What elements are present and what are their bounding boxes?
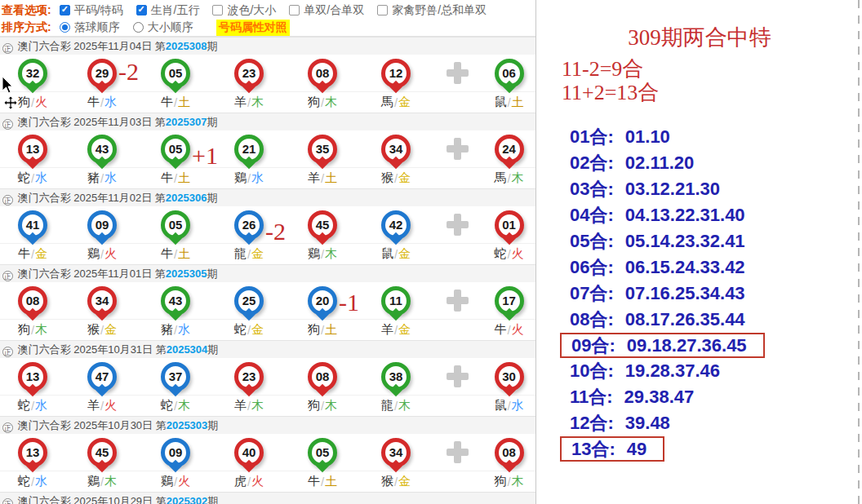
he-list-item: 10合: 19.28.37.46 bbox=[570, 358, 862, 384]
checkbox-icon[interactable] bbox=[212, 5, 223, 15]
he-label: 11合: bbox=[570, 385, 613, 409]
zodiac-label: 牛 bbox=[18, 246, 30, 262]
ball-cell: 38 bbox=[359, 358, 433, 395]
draw-period: 第2025305期 bbox=[155, 267, 218, 280]
view-options-row: 查看选项: 平码/特码 生肖/五行 波色/大小 单双/合单双 家禽野兽/总和单双 bbox=[2, 2, 535, 19]
he-label: 09合: bbox=[571, 334, 615, 358]
zodiac-label: 牛 bbox=[494, 322, 506, 338]
zodiac-label: 羊 bbox=[381, 322, 393, 338]
number-attribute-compare-link[interactable]: 号码属性对照 bbox=[216, 20, 290, 36]
labels-row: 蛇/水 羊/火 蛇/木 羊/木 狗/木 龍/木 鼠/水 bbox=[0, 395, 535, 416]
ball-cell: 13 bbox=[0, 130, 65, 167]
lottery-ball: 37 bbox=[161, 362, 190, 391]
zodiac-label: 猴 bbox=[87, 322, 100, 338]
draw-date: 2025年11月04日 bbox=[73, 40, 155, 52]
zodiac-label: 狗 bbox=[494, 474, 506, 489]
draw-period: 第2025308期 bbox=[155, 40, 218, 52]
element-label: 水 bbox=[35, 398, 47, 413]
label-cell: 狗/木 bbox=[286, 92, 359, 113]
zodiac-label: 鼠 bbox=[381, 246, 393, 262]
checkbox-icon[interactable] bbox=[289, 5, 300, 15]
sort-option[interactable]: 大小顺序 bbox=[133, 20, 193, 35]
view-option[interactable]: 生肖/五行 bbox=[136, 3, 200, 18]
view-option[interactable]: 波色/大小 bbox=[212, 3, 276, 18]
draw-block: 正 澳门六合彩 2025年11月02日 第2025306期 41 09 05 2… bbox=[0, 188, 535, 264]
zodiac-label: 馬 bbox=[381, 95, 393, 110]
lottery-ball: 05 bbox=[161, 210, 190, 240]
view-option[interactable]: 家禽野兽/总和单双 bbox=[377, 3, 487, 18]
he-list-item: 07合: 07.16.25.34.43 bbox=[570, 281, 862, 307]
element-label: 金 bbox=[398, 246, 411, 262]
view-options-label: 查看选项: bbox=[2, 3, 51, 18]
checkbox-icon[interactable] bbox=[60, 5, 70, 15]
ball-cell: 05+1 bbox=[139, 130, 212, 167]
sort-option[interactable]: 落球顺序 bbox=[60, 20, 120, 35]
sort-option-label: 落球顺序 bbox=[74, 20, 120, 35]
zodiac-label: 龍 bbox=[234, 246, 247, 262]
element-label: 火 bbox=[251, 474, 264, 489]
he-number-list: 01合: 01.10 02合: 02.11.20 03合: 03.12.21.3… bbox=[537, 124, 862, 462]
element-label: 木 bbox=[251, 398, 264, 413]
toolbar: 查看选项: 平码/特码 生肖/五行 波色/大小 单双/合单双 家禽野兽/总和单双… bbox=[0, 0, 535, 37]
draw-header: 正 澳门六合彩 2025年10月29日 第2025302期 bbox=[0, 492, 535, 504]
element-label: 木 bbox=[325, 398, 337, 413]
lottery-ball: 06 bbox=[495, 59, 524, 88]
zodiac-label: 羊 bbox=[308, 170, 320, 186]
label-cell: 龍/金 bbox=[212, 244, 286, 264]
zodiac-label: 蛇 bbox=[161, 398, 173, 413]
element-label: 土 bbox=[325, 170, 337, 186]
lottery-ball: 29 bbox=[87, 59, 117, 88]
label-cell: 羊/木 bbox=[212, 396, 286, 416]
he-numbers: 03.12.21.30 bbox=[625, 179, 720, 200]
radio-icon[interactable] bbox=[133, 22, 144, 33]
draw-header: 正 澳门六合彩 2025年11月02日 第2025306期 bbox=[0, 188, 535, 206]
balls-row: 13 45 09 40 05 34 08 bbox=[0, 434, 535, 471]
zodiac-label: 狗 bbox=[308, 398, 320, 413]
ball-cell: 12 bbox=[359, 55, 433, 91]
zodiac-label: 狗 bbox=[308, 95, 320, 110]
label-cell: 牛/土 bbox=[286, 471, 359, 492]
plus-cell bbox=[433, 130, 482, 167]
ball-cell: 13 bbox=[0, 434, 65, 471]
ball-cell: 43 bbox=[139, 282, 212, 319]
zodiac-label: 鷄 bbox=[234, 170, 247, 186]
element-label: 木 bbox=[178, 398, 190, 413]
view-option[interactable]: 单双/合单双 bbox=[289, 3, 364, 18]
he-numbers: 01.10 bbox=[625, 126, 670, 148]
lottery-ball: 34 bbox=[381, 438, 411, 467]
view-option[interactable]: 平码/特码 bbox=[60, 3, 123, 18]
he-numbers: 49 bbox=[627, 439, 646, 460]
ball-cell: 41 bbox=[0, 206, 65, 243]
lottery-ball: 01 bbox=[495, 210, 524, 240]
he-numbers: 09.18.27.36.45 bbox=[627, 335, 747, 356]
balls-row: 13 43 05+1 21 35 34 24 bbox=[0, 130, 535, 167]
zodiac-label: 牛 bbox=[161, 170, 173, 186]
draw-source: 澳门六合彩 bbox=[18, 267, 71, 280]
zodiac-label: 馬 bbox=[494, 170, 506, 186]
lottery-ball: 17 bbox=[495, 286, 524, 316]
he-numbers: 06.15.24.33.42 bbox=[625, 257, 745, 278]
checkbox-icon[interactable] bbox=[377, 5, 388, 15]
formula-line: 11+2=13合 bbox=[562, 81, 862, 104]
he-numbers: 02.11.20 bbox=[625, 153, 694, 174]
element-label: 水 bbox=[512, 398, 524, 413]
lottery-ball: 47 bbox=[87, 362, 117, 391]
radio-icon[interactable] bbox=[60, 22, 70, 33]
label-cell: 蛇/木 bbox=[139, 396, 212, 416]
view-option-label: 家禽野兽/总和单双 bbox=[392, 3, 487, 18]
balls-row: 08 34 43 25 20-1 11 17 bbox=[0, 282, 535, 319]
lottery-icon: 正 bbox=[2, 119, 13, 130]
he-list-item: 01合: 01.10 bbox=[570, 124, 862, 150]
checkbox-icon[interactable] bbox=[136, 5, 147, 15]
lottery-ball: 13 bbox=[18, 362, 47, 391]
balls-row: 41 09 05 26-2 45 42 01 bbox=[0, 206, 535, 243]
zodiac-label: 牛 bbox=[308, 474, 320, 489]
ball-cell: 34 bbox=[359, 130, 433, 167]
ball-cell: 30 bbox=[482, 358, 536, 395]
lottery-ball: 23 bbox=[234, 362, 264, 391]
plus-cell bbox=[433, 358, 482, 395]
element-label: 木 bbox=[325, 246, 337, 262]
element-label: 金 bbox=[398, 322, 411, 338]
zodiac-label: 羊 bbox=[234, 95, 247, 110]
draw-source: 澳门六合彩 bbox=[18, 419, 71, 431]
